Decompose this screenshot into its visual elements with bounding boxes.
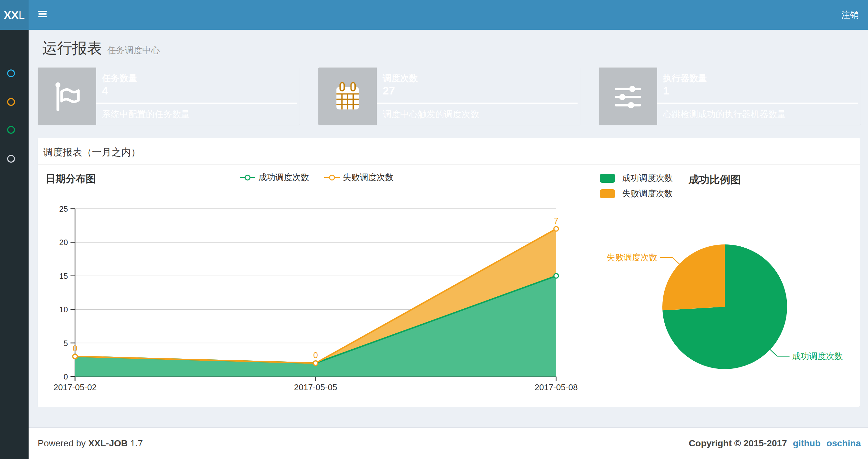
y-axis-tick-label: 0 [64,372,68,381]
pie-legend-item-成功调度次数[interactable]: 成功调度次数 [600,172,673,184]
y-axis-tick-label: 5 [64,339,68,348]
page-subtitle: 任务调度中心 [107,45,160,55]
y-axis-tick-label: 25 [59,204,68,213]
info-box-description: 调度中心触发的调度次数 [383,108,479,120]
page-header: 运行报表任务调度中心 [42,38,160,59]
pie-chart-title: 成功比例图 [689,173,741,187]
info-box-description: 心跳检测成功的执行器机器数量 [663,108,786,120]
footer: Powered by XXL-JOB 1.7 Copyright © 2015-… [29,427,868,459]
sidebar-item-menu-1-circle-outline-icon[interactable] [7,69,15,77]
x-axis-tick-label: 2017-05-08 [535,383,578,392]
legend-swatch-icon [600,174,615,183]
x-axis-tick-label: 2017-05-02 [54,383,97,392]
github-link[interactable]: github [793,438,821,448]
pie-chart-legend: 成功调度次数失败调度次数 [600,172,673,203]
powered-by-text: Powered by XXL-JOB 1.7 [38,438,143,449]
info-box-triggers: 调度次数 27 调度中心触发的调度次数 [318,67,580,125]
divider [657,103,858,104]
legend-swatch-icon [600,189,615,198]
flag-icon [38,67,96,125]
info-box-title: 调度次数 [383,72,418,84]
pie-slice-label: 成功调度次数 [792,351,843,361]
marker-fail [73,354,77,359]
point-label: 7 [554,216,558,226]
info-box-executors: 执行器数量 1 心跳检测成功的执行器机器数量 [599,67,861,125]
divider [96,103,297,104]
info-box-description: 系统中配置的任务数量 [102,108,190,120]
product-name: XXL-JOB [88,438,128,448]
info-box-title: 任务数量 [102,72,137,84]
date-distribution-area-chart: 05101520252017-05-022017-05-052017-05-08… [38,162,596,406]
y-axis-tick-label: 10 [59,305,68,314]
top-navbar: XXL 注销 [0,0,868,30]
product-version: 1.7 [130,438,143,448]
info-box-value: 1 [663,85,669,97]
app-logo[interactable]: XXL [0,0,29,30]
info-box-jobs: 任务数量 4 系统中配置的任务数量 [38,67,300,125]
logo-bold-text: XX [4,9,19,22]
info-box-value: 4 [102,85,108,97]
pie-legend-item-失败调度次数[interactable]: 失败调度次数 [600,188,673,199]
pie-label-leader-line [660,257,680,264]
copyright-text: Copyright © 2015-2017githuboschina [689,438,861,449]
sidebar-item-menu-3-circle-outline-icon[interactable] [7,126,15,134]
marker-success [554,274,558,278]
legend-label: 失败调度次数 [622,188,673,199]
marker-fail [313,361,318,365]
y-axis-tick-label: 15 [59,272,68,281]
sidebar-item-menu-2-circle-outline-icon[interactable] [7,98,15,106]
pie-label-leader-line [770,349,790,356]
oschina-link[interactable]: oschina [827,438,861,448]
panel-title: 调度报表（一月之内） [43,146,141,159]
sidebar [0,30,29,459]
sidebar-toggle-icon[interactable] [38,11,47,19]
pie-slice-失败调度次数 [662,244,725,310]
x-axis-tick-label: 2017-05-05 [294,383,337,392]
point-label: 0 [313,350,318,360]
panel-header: 调度报表（一月之内） [38,138,860,165]
divider [377,103,578,104]
calendar-icon [318,67,377,125]
info-box-value: 27 [383,85,395,97]
legend-label: 成功调度次数 [622,172,673,184]
info-box-title: 执行器数量 [663,72,707,84]
point-label: 0 [73,343,77,353]
page-title: 运行报表 [42,40,102,57]
y-axis-tick-label: 20 [59,238,68,247]
logo-light-text: L [19,9,25,22]
marker-fail [554,227,558,231]
pie-slice-label: 失败调度次数 [607,253,657,262]
sliders-icon [599,67,657,125]
sidebar-item-menu-4-circle-outline-icon[interactable] [7,155,15,163]
logout-link[interactable]: 注销 [841,0,859,30]
